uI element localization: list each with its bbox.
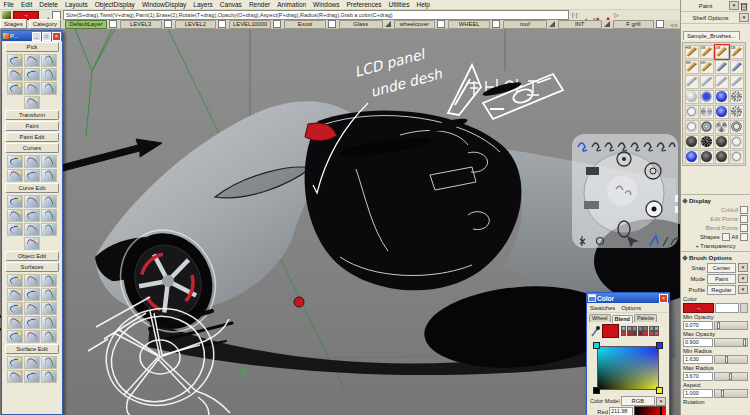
shapes-checkbox[interactable] [722, 233, 730, 241]
section-object-edit[interactable]: Object Edit [5, 251, 59, 261]
min-opacity-input[interactable]: 0.070 [683, 321, 713, 330]
layer-chip-label[interactable]: Exost [284, 20, 326, 29]
current-color-big-swatch[interactable] [602, 324, 619, 338]
layer-visibility-toggle[interactable] [273, 20, 281, 28]
palette-title-bar[interactable]: P... _ □ × [2, 31, 62, 41]
layer-visibility-toggle[interactable] [164, 20, 172, 28]
rail-icon[interactable] [41, 288, 57, 301]
curve-add-point-icon[interactable] [24, 195, 40, 208]
layer-chip-level3[interactable]: LEVEL3 [120, 20, 172, 29]
max-opacity-input[interactable]: 0.900 [683, 338, 713, 347]
brush-tool-icon[interactable] [2, 11, 11, 19]
aspect-slider[interactable] [714, 389, 748, 398]
trash-icon[interactable] [739, 1, 749, 11]
menu-item[interactable]: Edit [17, 0, 35, 9]
brush-round-12[interactable] [730, 120, 744, 134]
layer-nav-arrows[interactable]: ◃ ▹ [668, 21, 680, 28]
align-icon[interactable] [7, 370, 23, 383]
brush-round-20[interactable] [730, 150, 744, 164]
layer-chip-label[interactable]: WHEEL [448, 20, 490, 29]
section-surfaces[interactable]: Surfaces [5, 262, 59, 272]
color-model-dropdown-arrow[interactable]: ▼ [656, 397, 666, 406]
color-model-dropdown[interactable]: RGB [621, 396, 655, 406]
brush-pencil-3h[interactable]: 3H [685, 60, 699, 74]
new-curve-icon[interactable] [7, 155, 23, 168]
section-curves[interactable]: Curves [5, 143, 59, 153]
curve-rebuild-icon[interactable] [41, 223, 57, 236]
snap-arrow[interactable]: ▼ [738, 263, 748, 272]
curve-arc-icon[interactable] [24, 237, 40, 250]
brush-round-16[interactable] [730, 135, 744, 149]
menu-item[interactable]: Help [413, 0, 433, 9]
flower-icon[interactable] [41, 370, 57, 383]
brush-airbrush-1[interactable] [715, 60, 729, 74]
layer-visibility-toggle[interactable] [656, 20, 664, 28]
color-dialog-menu-item[interactable]: Options [621, 305, 641, 311]
snap-dropdown[interactable]: Center [707, 263, 736, 273]
corner-swatch-cyan[interactable] [593, 342, 600, 349]
channel-gradient-slider[interactable] [634, 406, 666, 415]
layer-chip-defaultlayer[interactable]: DefaultLayer [65, 20, 117, 29]
mini-swatch[interactable] [621, 326, 626, 331]
corner-swatch-black[interactable] [593, 387, 600, 394]
sphere-icon[interactable] [7, 274, 23, 287]
channel-value-input[interactable]: 211.98 [609, 407, 633, 415]
brush-round-3[interactable] [715, 90, 729, 104]
brush-round-6[interactable] [700, 105, 714, 119]
corner-swatch-blue[interactable] [656, 342, 663, 349]
section-expand-icon[interactable] [682, 255, 688, 261]
section-expand-icon[interactable] [682, 198, 688, 204]
extrude-icon[interactable] [7, 288, 23, 301]
brush-marker-1[interactable] [685, 75, 699, 89]
min-radius-slider[interactable] [714, 355, 748, 364]
move-grid-icon[interactable] [591, 11, 600, 19]
menu-item[interactable]: Delete [36, 0, 62, 9]
patch-icon[interactable] [7, 330, 23, 343]
menu-item[interactable]: Render [245, 0, 273, 9]
pick-point-icon[interactable] [7, 68, 23, 81]
pick-hull-icon[interactable] [24, 68, 40, 81]
mini-swatch[interactable] [643, 326, 648, 331]
pick-template-icon[interactable] [41, 54, 57, 67]
brush-options-title[interactable]: Brush Options [689, 254, 732, 261]
mini-swatch[interactable] [627, 331, 632, 336]
blend-curve-icon[interactable] [7, 169, 23, 182]
brush-color-swatch[interactable]: → [683, 303, 714, 313]
menu-item[interactable]: ObjectDisplay [91, 0, 138, 9]
pick-surface-icon[interactable] [7, 82, 23, 95]
paint-shelf-arrow[interactable]: ▼ [729, 1, 739, 10]
mini-swatch[interactable] [627, 326, 632, 331]
maximize-button[interactable]: □ [42, 32, 51, 41]
brush-pencil-5b-2[interactable]: 5B [730, 45, 744, 59]
menu-item[interactable]: Windows [310, 0, 343, 9]
display-section-title[interactable]: Display [689, 197, 711, 204]
layer-visibility-toggle[interactable] [492, 20, 500, 28]
brush-round-17[interactable] [685, 150, 699, 164]
section-transform[interactable]: Transform [5, 110, 59, 120]
brush-round-19[interactable] [715, 150, 729, 164]
menu-item[interactable]: WindowDisplay [138, 0, 189, 9]
boundary-icon[interactable] [41, 302, 57, 315]
prompt-input[interactable]: Size(S+drag),Twist(V+drag),Paint(1),Eras… [63, 10, 569, 20]
min-radius-input[interactable]: 1.630 [683, 355, 713, 364]
mode-arrow[interactable]: ▼ [738, 274, 748, 283]
plane-surface-icon[interactable] [24, 288, 40, 301]
menu-item[interactable]: Utilities [385, 0, 413, 9]
skin-icon[interactable] [41, 274, 57, 287]
curve-project-icon[interactable] [24, 209, 40, 222]
draft-icon[interactable] [7, 316, 23, 329]
curve-merge-icon[interactable] [7, 209, 23, 222]
layer-chip-int[interactable]: INT [558, 20, 610, 29]
curve-intersect-icon[interactable] [7, 223, 23, 236]
pick-curve-icon[interactable] [41, 68, 57, 81]
blend-gradient-field[interactable] [597, 346, 659, 390]
grab-dropper-icon[interactable] [602, 11, 611, 19]
sketch-canvas[interactable]: LCD panel unde desh [0, 29, 680, 415]
mini-swatch[interactable] [638, 331, 643, 336]
tab-blend[interactable]: Blend [612, 315, 633, 323]
blend-points-checkbox[interactable] [740, 224, 748, 232]
close-button[interactable]: × [52, 32, 61, 41]
category-button[interactable]: Category [29, 19, 61, 29]
brush-marker-4[interactable] [730, 75, 744, 89]
brush-round-1[interactable] [685, 90, 699, 104]
